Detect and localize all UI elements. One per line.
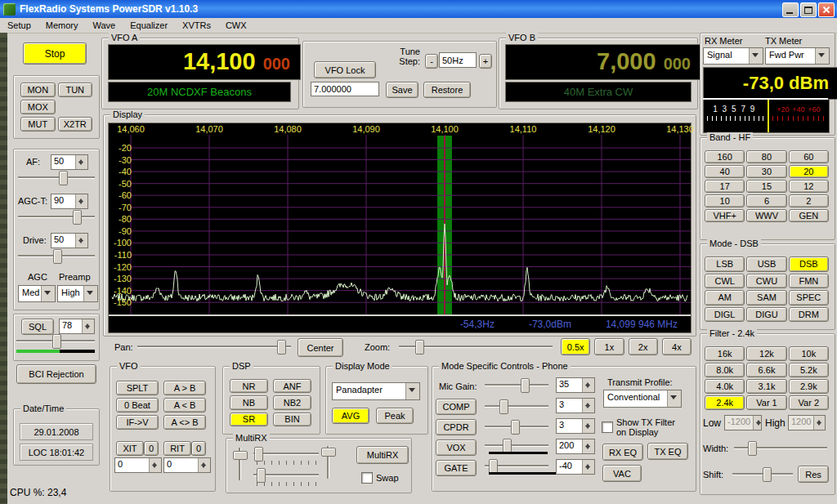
band-button-160[interactable]: 160 xyxy=(705,150,745,163)
filter-button-var-1[interactable]: Var 1 xyxy=(746,395,786,410)
band-button-17[interactable]: 17 xyxy=(705,180,745,193)
tx-eq-button[interactable]: TX EQ xyxy=(647,443,688,460)
sql-spinner-arrows[interactable] xyxy=(82,319,94,333)
filter-button-2.4k[interactable]: 2.4k xyxy=(705,395,745,410)
filter-width-slider[interactable] xyxy=(734,440,827,455)
mode-button-usb[interactable]: USB xyxy=(746,256,786,272)
filter-button-12k[interactable]: 12k xyxy=(746,346,786,361)
dsp-button-bin[interactable]: BIN xyxy=(273,413,311,426)
menu-setup[interactable]: Setup xyxy=(0,19,38,32)
multirx-pan1-thumb[interactable] xyxy=(233,451,248,460)
preamp-dropdown[interactable]: High xyxy=(57,285,98,302)
agc-dropdown[interactable]: Med xyxy=(18,285,56,302)
mode-button-spec[interactable]: SPEC xyxy=(789,290,829,306)
swap-checkbox[interactable] xyxy=(361,472,373,484)
multirx-button[interactable]: MultiRX xyxy=(356,446,409,464)
mode-button-am[interactable]: AM xyxy=(705,290,745,306)
pan-slider-thumb[interactable] xyxy=(277,340,286,355)
vfo-button-a-b[interactable]: A > B xyxy=(163,381,206,395)
xit-zero-button[interactable]: 0 xyxy=(144,441,159,456)
center-button[interactable]: Center xyxy=(298,338,343,357)
vox-slider[interactable] xyxy=(485,438,548,453)
vfo-lock-button[interactable]: VFO Lock xyxy=(314,61,376,78)
zoom-slider-thumb[interactable] xyxy=(415,340,424,355)
filter-button-5.2k[interactable]: 5.2k xyxy=(789,363,829,377)
comp-thumb[interactable] xyxy=(499,399,508,414)
agct-slider[interactable] xyxy=(18,209,95,224)
cpdr-thumb[interactable] xyxy=(511,420,520,435)
vfo-b-display[interactable]: 7,000 000 xyxy=(505,44,701,80)
agct-spinner-arrows[interactable] xyxy=(75,194,87,208)
dsp-button-nb2[interactable]: NB2 xyxy=(273,395,311,409)
mode-button-drm[interactable]: DRM xyxy=(789,307,829,323)
mode-button-cwu[interactable]: CWU xyxy=(746,274,786,289)
sql-button[interactable]: SQL xyxy=(21,319,54,335)
menu-memory[interactable]: Memory xyxy=(38,19,86,32)
vfo-button-a-b[interactable]: A < B xyxy=(163,398,206,413)
rit-zero-button[interactable]: 0 xyxy=(191,441,206,456)
vfo-button-a-b[interactable]: A <> B xyxy=(163,415,206,430)
mic-gain-thumb[interactable] xyxy=(521,378,530,393)
tx-button-tun[interactable]: TUN xyxy=(58,83,93,97)
drive-spinner[interactable]: 50 xyxy=(51,233,88,248)
zoom-slider[interactable] xyxy=(399,339,553,354)
band-button-20[interactable]: 20 xyxy=(789,165,829,178)
filter-button-4.0k[interactable]: 4.0k xyxy=(705,379,745,394)
band-button-10[interactable]: 10 xyxy=(705,194,745,207)
gate-button[interactable]: GATE xyxy=(436,460,477,476)
bci-rejection-button[interactable]: BCI Rejection xyxy=(16,364,96,384)
mic-gain-spinner[interactable]: 35 xyxy=(556,377,595,393)
mode-button-cwl[interactable]: CWL xyxy=(705,274,745,289)
band-button-6[interactable]: 6 xyxy=(746,194,786,207)
band-button-15[interactable]: 15 xyxy=(746,180,786,193)
tx-button-x2tr[interactable]: X2TR xyxy=(58,117,93,132)
af-slider[interactable] xyxy=(18,170,95,185)
mode-button-fmn[interactable]: FMN xyxy=(789,274,829,289)
title-bar[interactable]: FlexRadio Systems PowerSDR v1.10.3 xyxy=(0,0,837,18)
mode-button-lsb[interactable]: LSB xyxy=(705,256,745,272)
band-button-wwv[interactable]: WWV xyxy=(746,209,786,222)
stop-button[interactable]: Stop xyxy=(23,42,87,65)
menu-wave[interactable]: Wave xyxy=(85,19,123,32)
af-spinner-arrows[interactable] xyxy=(75,155,87,169)
comp-button[interactable]: COMP xyxy=(436,399,477,415)
filter-low-spinner[interactable]: -1200 xyxy=(724,415,762,430)
mode-button-digu[interactable]: DIGU xyxy=(746,307,786,323)
tx-meter-chevron-down-icon[interactable] xyxy=(815,48,829,64)
filter-button-var-2[interactable]: Var 2 xyxy=(789,395,829,410)
comp-slider[interactable] xyxy=(485,399,548,413)
mic-gain-spinner-arrows[interactable] xyxy=(582,378,594,392)
display-mode-chevron-down-icon[interactable] xyxy=(405,383,419,399)
vfo-button-if-v[interactable]: IF->V xyxy=(116,415,159,430)
vac-button[interactable]: VAC xyxy=(602,465,642,482)
filter-high-arrows[interactable] xyxy=(813,416,825,430)
show-tx-filter-checkbox[interactable] xyxy=(602,421,613,433)
vox-spinner-arrows[interactable] xyxy=(582,439,594,453)
gate-spinner-arrows[interactable] xyxy=(582,460,594,474)
vfo-button-0-beat[interactable]: 0 Beat xyxy=(116,398,159,413)
band-button-60[interactable]: 60 xyxy=(789,150,829,163)
vox-button[interactable]: VOX xyxy=(436,439,477,456)
mode-button-dsb[interactable]: DSB xyxy=(789,256,829,272)
zoom-button-2x[interactable]: 2x xyxy=(629,338,658,355)
af-spinner[interactable]: 50 xyxy=(51,154,88,170)
restore-button[interactable]: Restore xyxy=(423,82,471,98)
zoom-button-4x[interactable]: 4x xyxy=(662,338,692,355)
mode-button-sam[interactable]: SAM xyxy=(746,290,786,306)
display-mode-button-avg[interactable]: AVG xyxy=(332,408,369,424)
menu-cwx[interactable]: CWX xyxy=(218,19,254,32)
xit-button[interactable]: XIT xyxy=(116,441,144,456)
rit-spinner[interactable]: 0 xyxy=(163,457,211,473)
xit-spinner[interactable]: 0 xyxy=(114,457,162,473)
multirx-gain1-thumb[interactable] xyxy=(254,447,263,462)
spectrum-display[interactable]: 14,06014,07014,08014,09014,10014,11014,1… xyxy=(108,123,692,333)
filter-button-2.9k[interactable]: 2.9k xyxy=(789,379,829,394)
filter-low-arrows[interactable] xyxy=(753,416,761,430)
vfo-a-display[interactable]: 14,100 000 xyxy=(108,44,301,80)
memory-frequency-input[interactable] xyxy=(311,82,379,96)
multirx-gain2-thumb[interactable] xyxy=(257,468,266,483)
dsp-button-sr[interactable]: SR xyxy=(230,413,268,426)
filter-button-3.1k[interactable]: 3.1k xyxy=(746,379,786,394)
dsp-button-nb[interactable]: NB xyxy=(230,395,268,409)
filter-shift-slider[interactable] xyxy=(732,466,793,481)
